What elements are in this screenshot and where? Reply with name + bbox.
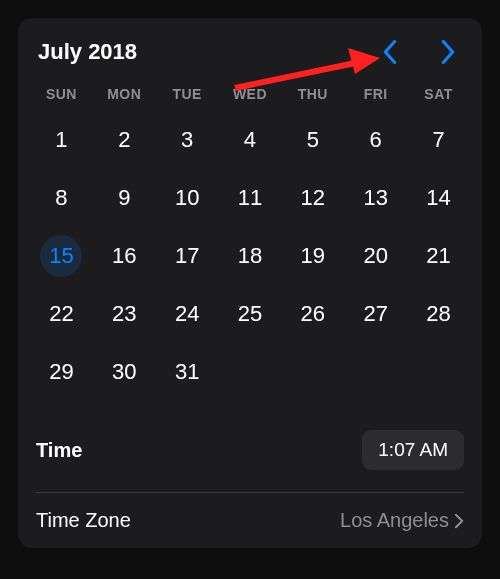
day-cell[interactable]: 8 <box>30 178 93 218</box>
day-cell[interactable]: 4 <box>219 120 282 160</box>
day-cell[interactable]: 22 <box>30 294 93 334</box>
day-cell[interactable]: 15 <box>30 236 93 276</box>
day-cell[interactable]: 29 <box>30 352 93 392</box>
day-cell[interactable]: 9 <box>93 178 156 218</box>
month-nav <box>376 38 462 66</box>
day-number: 9 <box>118 185 130 211</box>
timezone-row[interactable]: Time Zone Los Angeles <box>18 493 482 548</box>
day-cell[interactable]: 25 <box>219 294 282 334</box>
day-number: 16 <box>112 243 136 269</box>
time-label: Time <box>36 439 82 462</box>
time-value-button[interactable]: 1:07 AM <box>362 430 464 470</box>
day-number: 20 <box>363 243 387 269</box>
day-cell[interactable]: 12 <box>281 178 344 218</box>
day-cell[interactable]: 7 <box>407 120 470 160</box>
day-cell[interactable]: 17 <box>156 236 219 276</box>
time-row: Time 1:07 AM <box>18 414 482 492</box>
day-number: 19 <box>301 243 325 269</box>
day-cell[interactable]: 3 <box>156 120 219 160</box>
weekday-label: MON <box>93 86 156 102</box>
day-cell[interactable]: 11 <box>219 178 282 218</box>
day-number: 3 <box>181 127 193 153</box>
calendar-header: July 2018 <box>18 18 482 76</box>
day-cell[interactable]: 24 <box>156 294 219 334</box>
weekday-label: FRI <box>344 86 407 102</box>
day-grid: 1234567891011121314151617181920212223242… <box>18 108 482 414</box>
day-number: 21 <box>426 243 450 269</box>
day-cell[interactable]: 28 <box>407 294 470 334</box>
day-cell[interactable]: 27 <box>344 294 407 334</box>
day-number: 30 <box>112 359 136 385</box>
day-number: 7 <box>432 127 444 153</box>
day-cell[interactable]: 2 <box>93 120 156 160</box>
day-number: 6 <box>370 127 382 153</box>
day-cell[interactable]: 21 <box>407 236 470 276</box>
weekday-label: THU <box>281 86 344 102</box>
day-number: 10 <box>175 185 199 211</box>
day-cell[interactable]: 13 <box>344 178 407 218</box>
day-number: 4 <box>244 127 256 153</box>
day-cell[interactable]: 26 <box>281 294 344 334</box>
day-number: 11 <box>238 185 262 211</box>
day-number: 17 <box>175 243 199 269</box>
day-cell[interactable]: 6 <box>344 120 407 160</box>
next-month-button[interactable] <box>434 38 462 66</box>
day-cell[interactable]: 31 <box>156 352 219 392</box>
day-cell[interactable]: 18 <box>219 236 282 276</box>
day-cell[interactable]: 10 <box>156 178 219 218</box>
day-cell[interactable]: 16 <box>93 236 156 276</box>
day-number: 24 <box>175 301 199 327</box>
day-number: 27 <box>363 301 387 327</box>
day-number: 22 <box>49 301 73 327</box>
day-number: 31 <box>175 359 199 385</box>
day-number: 5 <box>307 127 319 153</box>
day-cell[interactable]: 20 <box>344 236 407 276</box>
day-cell[interactable]: 14 <box>407 178 470 218</box>
day-number: 12 <box>301 185 325 211</box>
day-number: 28 <box>426 301 450 327</box>
day-number: 14 <box>426 185 450 211</box>
day-number: 25 <box>238 301 262 327</box>
day-cell[interactable]: 5 <box>281 120 344 160</box>
day-number: 23 <box>112 301 136 327</box>
day-number: 26 <box>301 301 325 327</box>
day-number: 15 <box>49 243 73 269</box>
date-time-picker-card: July 2018 SUNMONTUEWEDTHUFRISAT 12345678… <box>18 18 482 548</box>
month-year-button[interactable]: July 2018 <box>38 39 376 65</box>
weekday-label: SAT <box>407 86 470 102</box>
day-number: 29 <box>49 359 73 385</box>
day-cell[interactable]: 23 <box>93 294 156 334</box>
chevron-right-icon <box>441 40 455 64</box>
prev-month-button[interactable] <box>376 38 404 66</box>
weekday-label: TUE <box>156 86 219 102</box>
timezone-value-text: Los Angeles <box>340 509 449 532</box>
weekday-row: SUNMONTUEWEDTHUFRISAT <box>18 76 482 108</box>
day-number: 2 <box>118 127 130 153</box>
timezone-label: Time Zone <box>36 509 131 532</box>
weekday-label: WED <box>219 86 282 102</box>
timezone-value: Los Angeles <box>340 509 464 532</box>
day-number: 18 <box>238 243 262 269</box>
day-cell[interactable]: 30 <box>93 352 156 392</box>
chevron-right-icon <box>455 513 464 529</box>
day-number: 1 <box>55 127 67 153</box>
day-number: 13 <box>363 185 387 211</box>
day-number: 8 <box>55 185 67 211</box>
month-year-label: July 2018 <box>38 39 137 65</box>
day-cell[interactable]: 19 <box>281 236 344 276</box>
weekday-label: SUN <box>30 86 93 102</box>
chevron-left-icon <box>383 40 397 64</box>
day-cell[interactable]: 1 <box>30 120 93 160</box>
